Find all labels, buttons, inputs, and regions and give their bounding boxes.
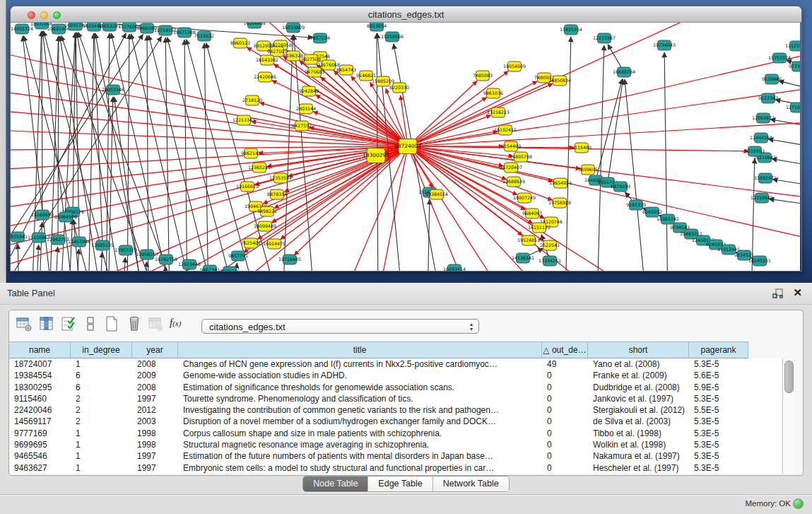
graph-node-label: 9827508 (301, 57, 321, 62)
table-cell: 6 (71, 382, 132, 393)
table-mode-icon[interactable] (16, 315, 33, 332)
graph-node-label: 18724007 (394, 143, 421, 149)
column-header-out_de[interactable]: △ out_de… (542, 341, 588, 358)
graph-node-label: 15751074 (768, 55, 791, 60)
table-cell: Genome-wide association studies in ADHD. (178, 370, 542, 381)
table-cell: 2009 (132, 370, 178, 381)
table-scrollbar[interactable] (782, 358, 794, 474)
table-row[interactable]: 946362711997Embryonic stem cells: a mode… (9, 462, 781, 474)
float-panel-icon[interactable] (772, 288, 784, 299)
close-panel-icon[interactable]: ✕ (793, 286, 802, 299)
create-column-icon[interactable] (103, 315, 120, 332)
graph-node-label: 12353594 (269, 175, 292, 180)
red-edge (11, 146, 408, 267)
table-cell: 9463627 (9, 462, 71, 474)
black-edge (167, 37, 237, 271)
window-titlebar[interactable]: citations_edges.txt (11, 6, 801, 23)
scrollbar-thumb[interactable] (784, 361, 794, 393)
table-cell: 0 (542, 462, 588, 474)
table-row[interactable]: 911546021997Tourette syndrome. Phenomeno… (9, 393, 781, 404)
graph-node-label: 9862145 (241, 151, 261, 156)
graph-node-label: 9129946 (762, 76, 782, 81)
black-edge (596, 79, 622, 180)
graph-node-label: 10688639 (502, 179, 525, 184)
table-cell: Franke et al. (2009) (588, 370, 689, 381)
graph-node-label: 15720407 (500, 165, 522, 170)
graph-node-label: 7625402 (241, 240, 261, 245)
graph-node-label: 19716485 (278, 257, 301, 262)
graph-node-label: 9191319 (626, 202, 646, 207)
table-row[interactable]: 969969511998Structural magnetic resonanc… (9, 439, 781, 450)
graph-node-label: 3915941 (11, 234, 28, 239)
graph-node-label: 15885209 (372, 78, 394, 83)
network-view-window: citations_edges.txt 14055724189318062069… (10, 6, 802, 271)
graph-node-label: 8813054 (367, 23, 387, 28)
column-header-short[interactable]: short (588, 341, 689, 358)
column-header-name[interactable]: name (9, 341, 71, 358)
table-cell: 9699695 (9, 439, 71, 450)
column-header-pagerank[interactable]: pagerank (689, 341, 748, 358)
table-cell: Yano et al. (2008) (588, 358, 689, 370)
select-rows-icon[interactable] (60, 315, 77, 332)
delete-columns-icon[interactable] (126, 315, 143, 332)
red-edge (408, 83, 553, 146)
table-cell: 1 (71, 428, 132, 439)
graph-node-label: 7485083 (473, 73, 493, 78)
graph-node-label: 12444194 (750, 135, 772, 140)
graph-node-label: 9215953 (745, 148, 765, 153)
graph-node-label: 9773341 (789, 64, 800, 69)
table-cell: 2 (71, 416, 132, 427)
table-row[interactable]: 1938455462009Genome-wide association stu… (9, 370, 781, 381)
table-row[interactable]: 1830029562008Estimation of significance … (9, 382, 781, 393)
table-cell: 1998 (132, 439, 178, 450)
table-cell: 14569117 (9, 416, 71, 427)
function-builder-icon[interactable]: f(x) (170, 317, 187, 334)
table-cell: Tourette syndrome. Phenomenology and cla… (178, 393, 542, 404)
table-cell: Disruption of a novel member of a sodium… (178, 416, 542, 427)
graph-node-label: 14136141 (512, 255, 534, 260)
black-edge (36, 245, 39, 271)
table-cell: 1 (71, 439, 132, 450)
red-edge (408, 115, 491, 146)
black-edge (204, 43, 208, 271)
graph-node-label: 7515522 (194, 33, 214, 38)
table-cell: de Silva et al. (2003) (588, 416, 689, 427)
table-cell: 2012 (132, 404, 178, 416)
table-row[interactable]: 1872400712008Changes of HCN gene express… (9, 358, 781, 370)
tab-network-table[interactable]: Network Table (433, 477, 509, 491)
graph-node-label: 11121504 (785, 43, 800, 48)
column-header-title[interactable]: title (178, 341, 542, 358)
table-cell: 9465546 (9, 450, 71, 462)
black-edge (428, 199, 430, 271)
column-header-in_degree[interactable]: in_degree (71, 341, 132, 358)
black-edge (11, 34, 143, 235)
column-header-year[interactable]: year (132, 341, 178, 358)
table-row[interactable]: 977716911998Corpus callosum shape and si… (9, 428, 781, 439)
black-edge (608, 79, 623, 182)
row-height-icon[interactable] (82, 315, 99, 332)
table-row[interactable]: 1456911722003Disruption of a novel membe… (9, 416, 781, 427)
table-cell: 1 (71, 358, 132, 370)
graph-node-label: 17957223 (114, 247, 137, 252)
graph-node-label: 7857224 (310, 35, 330, 40)
black-edge (147, 35, 148, 271)
graph-node-label: 5498222 (257, 209, 277, 214)
red-edge (408, 98, 487, 146)
network-canvas[interactable]: 1405572418931806206914061693174318034408… (11, 23, 800, 271)
tab-edge-table[interactable]: Edge Table (368, 477, 433, 491)
table-cell: 18724007 (9, 358, 71, 370)
black-edge (769, 199, 800, 206)
delete-table-icon[interactable] (147, 315, 164, 332)
graph-node-label: 12710434 (786, 105, 800, 110)
red-edge (408, 52, 800, 146)
table-cell: 2 (71, 393, 132, 404)
table-row[interactable]: 946554611997Estimation of the future num… (9, 450, 781, 462)
tab-node-table[interactable]: Node Table (303, 477, 368, 491)
graph-node-label: 14055724 (11, 26, 33, 31)
table-selector-dropdown[interactable]: citations_edges.txt ▴▾ (201, 319, 479, 334)
table-cell: Tibbo et al. (1998) (588, 428, 689, 439)
table-panel-title: Table Panel (7, 288, 55, 298)
show-columns-icon[interactable] (38, 315, 55, 332)
memory-status-icon[interactable] (793, 498, 804, 509)
table-row[interactable]: 2242004622012Investigating the contribut… (9, 404, 781, 416)
